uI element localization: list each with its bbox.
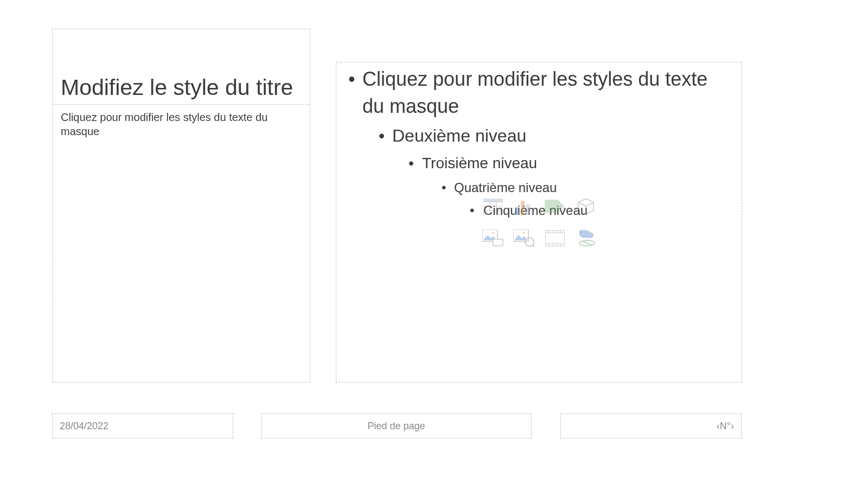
subtitle-area[interactable]: Cliquez pour modifier les styles du text… bbox=[53, 105, 310, 144]
content-placeholder[interactable]: Cliquez pour modifier les styles du text… bbox=[336, 62, 742, 383]
footer-page-text: ‹N°› bbox=[717, 421, 734, 432]
title-text: Modifiez le style du titre bbox=[61, 74, 302, 101]
footer-center-placeholder[interactable]: Pied de page bbox=[261, 413, 532, 438]
footer-date-text: 28/04/2022 bbox=[60, 421, 108, 432]
title-area[interactable]: Modifiez le style du titre bbox=[53, 29, 310, 105]
footer-center-text: Pied de page bbox=[367, 421, 425, 432]
bullet-level-3: Troisième niveau bbox=[346, 152, 732, 175]
footer-date-placeholder[interactable]: 28/04/2022 bbox=[52, 413, 233, 438]
bullet-level-4: Quatrième niveau bbox=[346, 178, 732, 198]
subtitle-text: Cliquez pour modifier les styles du text… bbox=[61, 110, 302, 138]
bullet-level-2: Deuxième niveau bbox=[346, 123, 732, 149]
bullet-level-5: Cinquième niveau bbox=[346, 201, 732, 220]
footer-page-placeholder[interactable]: ‹N°› bbox=[560, 413, 742, 438]
bullet-level-1: Cliquez pour modifier les styles du text… bbox=[346, 66, 732, 120]
left-placeholder[interactable]: Modifiez le style du titre Cliquez pour … bbox=[52, 29, 310, 383]
